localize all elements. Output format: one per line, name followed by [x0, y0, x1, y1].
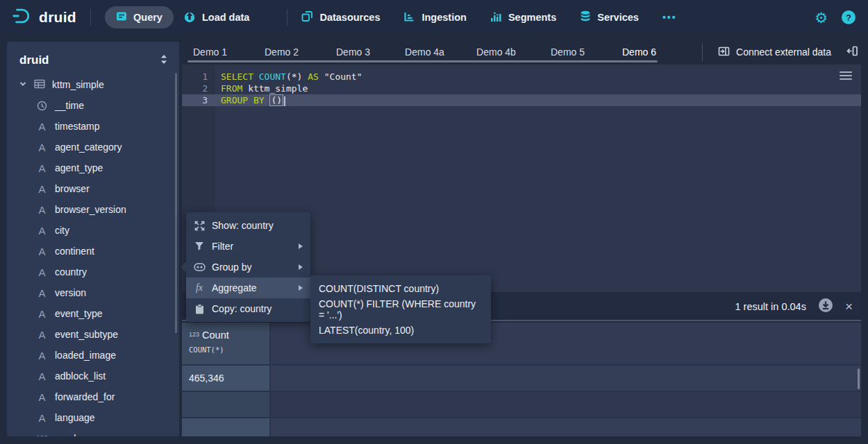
datasources-icon — [301, 10, 313, 24]
column-row-time[interactable]: __time — [7, 95, 179, 116]
table-row[interactable]: 465,346 — [182, 366, 861, 392]
count-column-header[interactable]: 123Count COUNT(*) — [182, 323, 271, 364]
column-row[interactable]: A event_type — [7, 303, 179, 324]
menu-label: COUNT(DISTINCT country) — [319, 283, 439, 294]
menu-item-filter[interactable]: Filter — [186, 236, 310, 257]
settings-gear-icon[interactable]: ⚙ — [815, 10, 828, 25]
string-type-icon: A — [36, 183, 48, 195]
services-icon — [580, 10, 591, 24]
query-tabbar: Demo 1 Demo 2 Demo 3 Demo 4a Demo 4b Dem… — [182, 42, 861, 62]
column-row-country[interactable]: A country — [7, 262, 179, 282]
column-row[interactable]: A event_subtype — [7, 324, 179, 345]
column-row[interactable]: A timestamp — [7, 116, 179, 137]
tab-demo-2[interactable]: Demo 2 — [246, 46, 317, 58]
results-vertical-scrollbar[interactable] — [858, 368, 860, 389]
column-row[interactable]: A adblock_list — [7, 366, 179, 386]
tab-demo-1[interactable]: Demo 1 — [174, 46, 246, 58]
nav-item-services[interactable]: Services — [580, 10, 639, 24]
help-icon[interactable]: ? — [842, 10, 856, 24]
brand[interactable]: druid — [11, 6, 76, 29]
load-data-icon — [183, 10, 196, 25]
nav-label: Datasources — [319, 12, 380, 23]
string-type-icon: A — [36, 225, 48, 237]
text-cursor — [284, 96, 285, 106]
column-row[interactable]: A loaded_image — [7, 345, 179, 366]
nav-item-query[interactable]: Query — [105, 6, 174, 28]
column-row[interactable]: A forwarded_for — [7, 386, 179, 407]
tab-strip-scrollbar[interactable] — [187, 60, 658, 62]
menu-item-group-by[interactable]: Group by — [186, 257, 310, 278]
table-icon — [34, 79, 45, 91]
sidebar-scrollbar[interactable] — [175, 73, 177, 333]
editor-menu-icon[interactable] — [840, 71, 852, 82]
tab-demo-4a[interactable]: Demo 4a — [389, 46, 460, 58]
column-row-number[interactable]: 123 number — [7, 428, 179, 436]
string-type-icon: A — [36, 246, 48, 257]
string-type-icon: A — [36, 287, 48, 299]
column-row[interactable]: A continent — [7, 241, 179, 262]
line-number: 3 — [182, 94, 215, 106]
nav-item-datasources[interactable]: Datasources — [301, 10, 380, 24]
column-context-menu: Show: country Filter Group by fx Aggrega… — [186, 212, 310, 322]
filter-icon — [193, 241, 206, 251]
column-name: number — [55, 433, 87, 436]
table-row-kttm-simple[interactable]: kttm_simple — [7, 74, 179, 95]
nav-label: Segments — [508, 12, 556, 23]
string-type-icon: A — [36, 350, 48, 361]
column-row[interactable]: A version — [7, 282, 179, 303]
tab-list: Demo 1 Demo 2 Demo 3 Demo 4a Demo 4b Dem… — [174, 46, 675, 58]
column-name: agent_type — [55, 162, 103, 173]
external-data-icon — [718, 46, 730, 59]
schema-sidebar: druid kttm_simple __time A timestamp A a… — [7, 42, 179, 436]
submenu-caret-icon — [298, 243, 303, 250]
submenu-item-latest[interactable]: LATEST(country, 100) — [310, 320, 491, 341]
tab-demo-4b[interactable]: Demo 4b — [460, 46, 532, 58]
double-caret-sort-icon[interactable] — [160, 54, 168, 67]
chevron-down-icon[interactable] — [19, 79, 27, 90]
row-filler — [271, 418, 861, 436]
nav-label: Load data — [202, 12, 249, 23]
table-name: kttm_simple — [52, 79, 104, 90]
nav-label: Ingestion — [422, 12, 466, 23]
download-icon[interactable] — [818, 298, 833, 316]
tab-demo-6[interactable]: Demo 6 — [603, 46, 675, 58]
column-row[interactable]: A language — [7, 407, 179, 428]
column-name: __time — [55, 100, 84, 111]
column-row[interactable]: A browser — [7, 178, 179, 199]
submenu-item-count-filter[interactable]: COUNT(*) FILTER (WHERE country = '...') — [310, 299, 491, 320]
tab-demo-3[interactable]: Demo 3 — [317, 46, 389, 58]
nav-label: Services — [597, 12, 639, 23]
count-value-cell[interactable]: 465,346 — [182, 366, 271, 391]
nav-overflow-menu[interactable]: ••• — [662, 12, 677, 23]
menu-item-copy[interactable]: Copy: country — [186, 298, 310, 319]
connect-external-data-button[interactable]: Connect external data — [718, 46, 831, 59]
column-row[interactable]: A browser_version — [7, 199, 179, 220]
string-type-icon: A — [36, 391, 48, 403]
tabbar-divider — [702, 43, 703, 61]
line-number: 2 — [182, 83, 215, 94]
sql-line-1: SELECT COUNT(*) AS "Count" — [221, 71, 362, 83]
empty-cell — [182, 418, 271, 436]
close-results-icon[interactable]: × — [845, 300, 853, 313]
nav-item-load-data[interactable]: Load data — [183, 10, 249, 25]
open-panel-icon[interactable] — [846, 45, 858, 60]
connect-label: Connect external data — [736, 46, 831, 58]
menu-item-show[interactable]: Show: country — [186, 215, 310, 236]
column-name: adblock_list — [55, 370, 106, 382]
column-name: language — [55, 412, 95, 423]
column-row[interactable]: A city — [7, 220, 179, 241]
tab-demo-5[interactable]: Demo 5 — [532, 46, 603, 58]
number-type-icon: 123 — [36, 435, 48, 437]
table-row — [182, 418, 861, 436]
string-type-icon: A — [36, 308, 48, 320]
sql-line-2: FROM kttm_simple — [221, 83, 308, 94]
nav-item-ingestion[interactable]: Ingestion — [403, 11, 466, 24]
brand-text: druid — [39, 9, 76, 26]
submenu-item-count-distinct[interactable]: COUNT(DISTINCT country) — [310, 278, 491, 299]
column-row[interactable]: A agent_category — [7, 137, 179, 157]
column-row[interactable]: A agent_type — [7, 157, 179, 178]
column-name: browser_version — [55, 204, 126, 215]
menu-item-aggregate[interactable]: fx Aggregate — [186, 278, 310, 298]
column-name: country — [55, 266, 87, 278]
nav-item-segments[interactable]: Segments — [490, 11, 556, 24]
